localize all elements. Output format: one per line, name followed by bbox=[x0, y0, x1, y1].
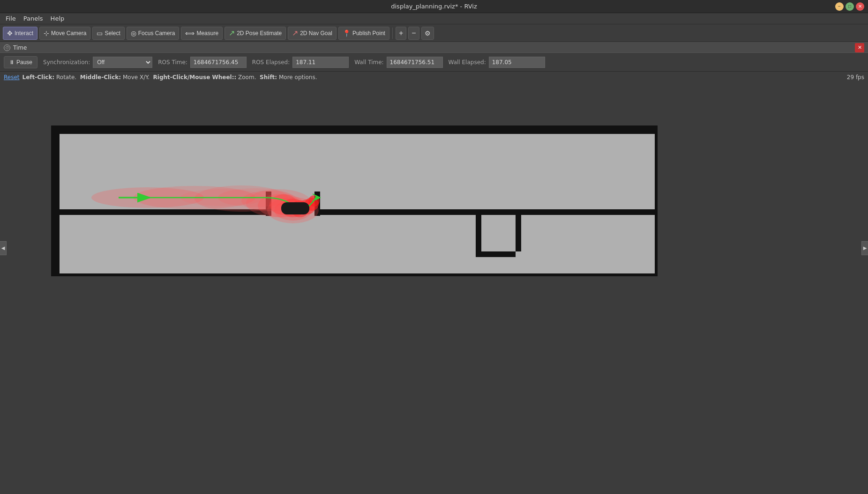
wall-elapsed-field: Wall Elapsed: 187.05 bbox=[449, 57, 545, 68]
measure-icon: ⟺ bbox=[185, 30, 195, 37]
pause-button[interactable]: ⏸ Pause bbox=[4, 56, 37, 68]
svg-rect-6 bbox=[320, 209, 655, 215]
menu-panels[interactable]: Panels bbox=[20, 14, 47, 23]
ros-elapsed-label: ROS Elapsed: bbox=[252, 59, 290, 66]
tool-2d-pose-estimate[interactable]: ↗ 2D Pose Estimate bbox=[224, 27, 286, 40]
reset-link[interactable]: Reset bbox=[4, 74, 20, 81]
toolbar: ✥ Interact ⊹ Move Camera ▭ Select ◎ Focu… bbox=[0, 24, 868, 42]
tool-2d-nav-goal[interactable]: ↗ 2D Nav Goal bbox=[288, 27, 337, 40]
menu-file[interactable]: File bbox=[2, 14, 20, 23]
wall-time-field: Wall Time: 1684671756.51 bbox=[354, 57, 442, 68]
sync-field: Synchronization: Off Approximate Time Ex… bbox=[43, 57, 152, 68]
time-panel-close[interactable]: ✕ bbox=[855, 43, 864, 52]
wall-time-label: Wall Time: bbox=[354, 59, 383, 66]
menu-help[interactable]: Help bbox=[47, 14, 68, 23]
status-instructions: Left-Click: Rotate. Middle-Click: Move X… bbox=[22, 74, 317, 81]
toolbar-separator bbox=[392, 28, 393, 39]
move-camera-label: Move Camera bbox=[51, 30, 86, 37]
publish-point-icon: 📍 bbox=[343, 30, 351, 37]
pause-icon: ⏸ bbox=[9, 59, 15, 66]
svg-rect-1 bbox=[54, 128, 60, 210]
rviz-map-view[interactable] bbox=[51, 125, 658, 276]
tool-measure[interactable]: ⟺ Measure bbox=[181, 27, 223, 40]
publish-point-label: Publish Point bbox=[352, 30, 385, 37]
tool-focus-camera[interactable]: ◎ Focus Camera bbox=[127, 27, 180, 40]
zoom-in-button[interactable]: + bbox=[396, 27, 406, 40]
svg-rect-9 bbox=[476, 209, 481, 251]
wall-time-value: 1684671756.51 bbox=[387, 57, 443, 68]
minimize-button[interactable]: − bbox=[835, 2, 844, 11]
ros-time-value: 1684671756.45 bbox=[190, 57, 247, 68]
ros-time-label: ROS Time: bbox=[158, 59, 187, 66]
2d-nav-goal-icon: ↗ bbox=[292, 29, 298, 37]
time-panel-header: ⏱ Time ✕ bbox=[0, 43, 868, 53]
path-visualization bbox=[54, 128, 655, 273]
wall-elapsed-label: Wall Elapsed: bbox=[449, 59, 486, 66]
window-controls: − □ ✕ bbox=[835, 2, 864, 11]
sync-label: Synchronization: bbox=[43, 59, 90, 66]
tool-publish-point[interactable]: 📍 Publish Point bbox=[338, 27, 389, 40]
fps-display: 29 fps bbox=[847, 74, 864, 81]
statusbar: Reset Left-Click: Rotate. Middle-Click: … bbox=[0, 71, 868, 82]
restore-button[interactable]: □ bbox=[846, 2, 854, 11]
2d-pose-estimate-label: 2D Pose Estimate bbox=[237, 30, 282, 37]
time-controls-row: ⏸ Pause Synchronization: Off Approximate… bbox=[0, 53, 868, 72]
select-label: Select bbox=[105, 30, 120, 37]
2d-nav-goal-label: 2D Nav Goal bbox=[300, 30, 332, 37]
tool-select[interactable]: ▭ Select bbox=[92, 27, 124, 40]
time-icon: ⏱ bbox=[4, 44, 10, 51]
svg-rect-10 bbox=[476, 251, 516, 257]
focus-camera-label: Focus Camera bbox=[138, 30, 175, 37]
menubar: File Panels Help bbox=[0, 13, 868, 24]
main-viewport[interactable]: ◀ ▶ bbox=[0, 42, 868, 454]
wall-elapsed-value: 187.05 bbox=[489, 57, 545, 68]
move-camera-icon: ⊹ bbox=[44, 30, 49, 37]
svg-rect-11 bbox=[516, 209, 521, 251]
2d-pose-estimate-icon: ↗ bbox=[229, 29, 235, 37]
tool-move-camera[interactable]: ⊹ Move Camera bbox=[39, 27, 90, 40]
right-panel-toggle[interactable]: ▶ bbox=[861, 241, 868, 255]
titlebar: display_planning.rviz* - RViz − □ ✕ bbox=[0, 0, 868, 13]
svg-rect-0 bbox=[54, 128, 655, 134]
select-icon: ▭ bbox=[97, 30, 103, 37]
time-panel: ⏱ Time ✕ ⏸ Pause Synchronization: Off Ap… bbox=[0, 42, 868, 71]
left-panel-toggle[interactable]: ◀ bbox=[0, 241, 7, 255]
zoom-out-button[interactable]: − bbox=[408, 27, 419, 40]
svg-rect-31 bbox=[281, 202, 309, 214]
ros-elapsed-value: 187.11 bbox=[292, 57, 349, 68]
settings-button[interactable]: ⚙ bbox=[421, 27, 434, 40]
measure-label: Measure bbox=[196, 30, 218, 37]
interact-icon: ✥ bbox=[7, 30, 13, 37]
tool-interact[interactable]: ✥ Interact bbox=[3, 27, 37, 40]
ros-time-field: ROS Time: 1684671756.45 bbox=[158, 57, 247, 68]
close-button[interactable]: ✕ bbox=[856, 2, 864, 11]
focus-camera-icon: ◎ bbox=[131, 30, 136, 37]
svg-rect-4 bbox=[54, 210, 60, 273]
sync-select[interactable]: Off Approximate Time Exact Time bbox=[93, 57, 152, 68]
pause-label: Pause bbox=[16, 59, 32, 66]
window-title: display_planning.rviz* - RViz bbox=[391, 3, 477, 10]
ros-elapsed-field: ROS Elapsed: 187.11 bbox=[252, 57, 349, 68]
interact-label: Interact bbox=[15, 30, 33, 37]
time-panel-title: Time bbox=[13, 44, 27, 51]
